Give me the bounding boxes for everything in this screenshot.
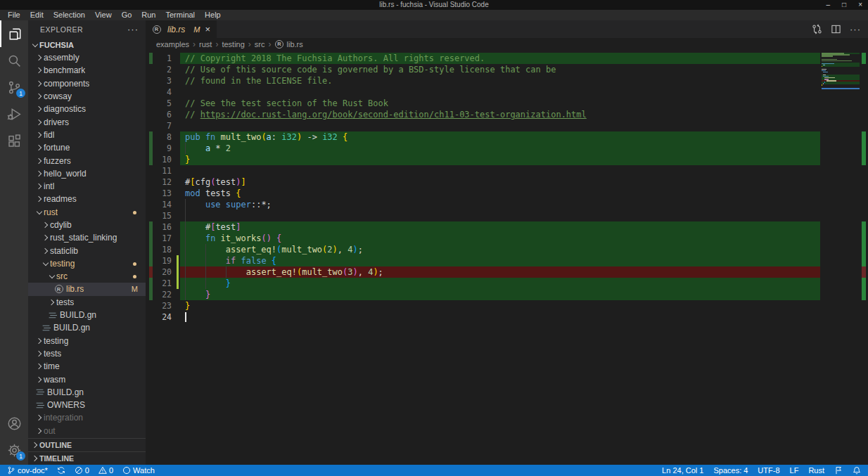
code-line-21[interactable]: 21 } <box>146 278 822 289</box>
code-text: // Copyright 2018 The Fuchsia Authors. A… <box>185 53 485 64</box>
code-line-2[interactable]: 2// Use of this source code is governed … <box>146 64 822 75</box>
menu-item-terminal[interactable]: Terminal <box>161 10 200 20</box>
menu-item-help[interactable]: Help <box>200 10 226 20</box>
status-warnings[interactable]: 0 <box>98 466 113 475</box>
tree-item-owners[interactable]: OWNERS <box>28 399 146 411</box>
tree-item-hello-world[interactable]: hello_world <box>28 167 146 180</box>
activitybar-source-control[interactable]: 1 <box>0 74 28 101</box>
menu-item-view[interactable]: View <box>90 10 117 20</box>
breadcrumb-item-rust[interactable]: rust <box>199 40 212 49</box>
tree-item-intl[interactable]: intl <box>28 180 146 193</box>
code-line-13[interactable]: 13mod tests { <box>146 188 822 199</box>
split-editor-button[interactable] <box>831 24 841 34</box>
tree-item-readmes[interactable]: readmes <box>28 193 146 205</box>
code-line-1[interactable]: 1// Copyright 2018 The Fuchsia Authors. … <box>146 53 822 64</box>
tree-item-build-gn[interactable]: BUILD.gn <box>28 386 146 399</box>
tree-item-staticlib[interactable]: staticlib <box>28 244 146 257</box>
menu-item-selection[interactable]: Selection <box>49 10 90 20</box>
breadcrumb-item-lib-rs[interactable]: Rlib.rs <box>275 40 303 49</box>
activitybar-extensions[interactable] <box>0 127 28 154</box>
menu-item-file[interactable]: File <box>3 10 25 20</box>
code-line-6[interactable]: 6// https://doc.rust-lang.org/book/secon… <box>146 109 822 120</box>
tree-item-time[interactable]: time <box>28 360 146 373</box>
code-line-19[interactable]: 19 if false { <box>146 255 822 266</box>
status-errors[interactable]: 0 <box>75 466 89 475</box>
code-line-11[interactable]: 11 <box>146 165 822 176</box>
status-eol[interactable]: LF <box>790 466 799 475</box>
minimize-button[interactable]: – <box>826 0 831 10</box>
menu-item-go[interactable]: Go <box>117 10 137 20</box>
activitybar-run-and-debug[interactable] <box>0 101 28 127</box>
activitybar-accounts[interactable] <box>0 410 28 437</box>
tree-item-rust-static-linking[interactable]: rust_static_linking <box>28 231 146 244</box>
code-line-10[interactable]: 10} <box>146 154 822 165</box>
tab-lib-rs[interactable]: R lib.rs M × <box>146 20 217 38</box>
code-line-7[interactable]: 7 <box>146 120 822 131</box>
tree-item-assembly[interactable]: assembly <box>28 51 146 64</box>
close-button[interactable]: × <box>858 0 862 10</box>
tab-close-button[interactable]: × <box>205 24 211 34</box>
tree-item-build-gn[interactable]: BUILD.gn <box>28 309 146 321</box>
open-changes-button[interactable] <box>812 24 822 34</box>
menu-item-edit[interactable]: Edit <box>25 10 49 20</box>
tree-item-testing[interactable]: testing <box>28 335 146 347</box>
status-git-branch[interactable]: cov-doc* <box>7 466 48 475</box>
code-line-3[interactable]: 3// found in the LICENSE file. <box>146 75 822 86</box>
code-line-12[interactable]: 12#[cfg(test)] <box>146 176 822 188</box>
tree-item-testing[interactable]: testing <box>28 257 146 270</box>
status-notifications[interactable] <box>853 466 861 475</box>
maximize-button[interactable]: □ <box>842 0 846 10</box>
tree-item-build-gn[interactable]: BUILD.gn <box>28 321 146 334</box>
code-line-4[interactable]: 4 <box>146 86 822 98</box>
more-actions-button[interactable]: ··· <box>850 24 861 34</box>
menu-item-run[interactable]: Run <box>136 10 160 20</box>
tree-item-lib-rs[interactable]: Rlib.rsM <box>28 283 146 295</box>
breadcrumb-item-src[interactable]: src <box>255 40 265 49</box>
code-line-22[interactable]: 22 } <box>146 289 822 300</box>
tree-item-out[interactable]: out <box>28 425 146 437</box>
tree-item-rust[interactable]: rust <box>28 206 146 219</box>
tree-item-benchmark[interactable]: benchmark <box>28 64 146 77</box>
explorer-more-actions-button[interactable]: ··· <box>127 24 139 34</box>
status-feedback[interactable] <box>834 466 843 475</box>
activitybar-explorer[interactable] <box>0 20 28 47</box>
tree-item-cdylib[interactable]: cdylib <box>28 219 146 231</box>
status-sync[interactable] <box>57 466 65 475</box>
code-line-5[interactable]: 5// See the test section of the Rust Boo… <box>146 98 822 109</box>
activitybar-search[interactable] <box>0 47 28 74</box>
code-line-20[interactable]: 20 assert_eq!(mult_two(3), 4); <box>146 266 822 278</box>
tree-item-tests[interactable]: tests <box>28 347 146 360</box>
tree-item-wasm[interactable]: wasm <box>28 373 146 385</box>
status-language[interactable]: Rust <box>808 466 824 475</box>
workspace-section-header[interactable]: FUCHSIA <box>28 38 146 51</box>
breadcrumb-item-examples[interactable]: examples <box>156 40 189 49</box>
breadcrumb-item-testing[interactable]: testing <box>222 40 244 49</box>
status-indentation[interactable]: Spaces: 4 <box>713 466 748 475</box>
tree-item-fuzzers[interactable]: fuzzers <box>28 154 146 167</box>
code-line-14[interactable]: 14 use super::*; <box>146 199 822 210</box>
status-cursor-position[interactable]: Ln 24, Col 1 <box>662 466 703 475</box>
minimap[interactable] <box>822 53 860 89</box>
tree-item-fidl[interactable]: fidl <box>28 129 146 141</box>
code-line-24[interactable]: 24 <box>146 311 822 323</box>
panel-header-outline[interactable]: OUTLINE <box>28 438 146 451</box>
status-encoding[interactable]: UTF-8 <box>758 466 779 475</box>
tree-item-cowsay[interactable]: cowsay <box>28 90 146 103</box>
tree-item-diagnostics[interactable]: diagnostics <box>28 103 146 115</box>
code-line-15[interactable]: 15 <box>146 210 822 221</box>
activitybar-settings[interactable]: 1 <box>0 437 28 463</box>
code-line-9[interactable]: 9 a * 2 <box>146 143 822 154</box>
status-watch[interactable]: Watch <box>122 466 155 475</box>
tree-item-tests[interactable]: tests <box>28 296 146 309</box>
code-line-23[interactable]: 23} <box>146 300 822 311</box>
tree-item-src[interactable]: src <box>28 270 146 283</box>
tree-item-fortune[interactable]: fortune <box>28 141 146 154</box>
tree-item-components[interactable]: components <box>28 77 146 90</box>
panel-header-timeline[interactable]: TIMELINE <box>28 451 146 465</box>
code-line-16[interactable]: 16 #[test] <box>146 221 822 233</box>
tree-item-drivers[interactable]: drivers <box>28 115 146 128</box>
code-line-8[interactable]: 8pub fn mult_two(a: i32) -> i32 { <box>146 131 822 143</box>
code-line-17[interactable]: 17 fn it_works() { <box>146 233 822 244</box>
code-line-18[interactable]: 18 assert_eq!(mult_two(2), 4); <box>146 244 822 255</box>
tree-item-integration[interactable]: integration <box>28 411 146 424</box>
